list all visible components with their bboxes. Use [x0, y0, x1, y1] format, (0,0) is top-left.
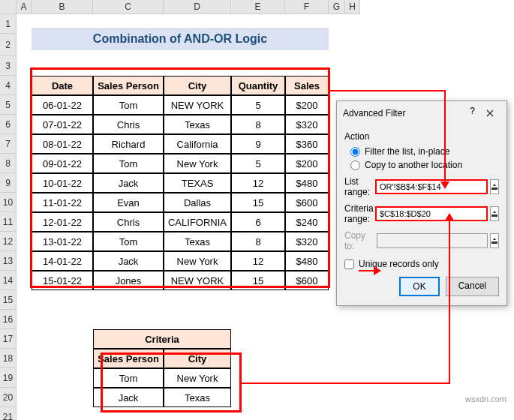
table-cell[interactable]: $600 [285, 271, 329, 290]
table-cell[interactable]: 06-01-22 [32, 95, 93, 115]
row-header[interactable]: 19 [0, 368, 17, 388]
row-header[interactable]: 13 [0, 251, 17, 271]
table-cell[interactable]: Jack [93, 251, 164, 271]
table-cell[interactable]: 10-01-22 [32, 173, 93, 193]
table-cell[interactable]: $200 [285, 95, 329, 115]
table-cell[interactable]: 12 [231, 251, 285, 271]
table-cell[interactable]: Tom [93, 232, 164, 251]
table-cell[interactable]: Jack [93, 173, 164, 193]
row-header[interactable]: 1 [0, 14, 17, 34]
table-cell[interactable]: 11-01-22 [32, 193, 93, 212]
table-cell[interactable]: NEW YORK [164, 95, 231, 115]
table-cell[interactable]: Richard [93, 134, 164, 154]
table-cell[interactable]: 9 [231, 134, 285, 154]
table-cell[interactable]: $240 [285, 212, 329, 232]
table-cell[interactable]: $480 [285, 251, 329, 271]
table-header[interactable]: Date [32, 76, 93, 95]
table-cell[interactable]: Evan [93, 193, 164, 212]
row-header[interactable]: 2 [0, 34, 17, 56]
table-cell[interactable]: 12-01-22 [32, 212, 93, 232]
cancel-button[interactable]: Cancel [446, 277, 499, 296]
row-header[interactable]: 3 [0, 56, 17, 76]
table-cell[interactable]: 8 [231, 232, 285, 251]
col-G[interactable]: G [329, 0, 345, 14]
col-H[interactable]: H [345, 0, 360, 14]
collapse-icon[interactable] [490, 233, 499, 248]
list-range-input[interactable] [375, 179, 488, 194]
table-cell[interactable]: New York [164, 251, 231, 271]
row-header[interactable]: 12 [0, 232, 17, 251]
table-cell[interactable]: Dallas [164, 193, 231, 212]
table-cell[interactable]: Jones [93, 271, 164, 290]
table-cell[interactable]: New York [164, 154, 231, 173]
row-header[interactable]: 17 [0, 329, 17, 349]
filter-inplace-radio[interactable] [350, 147, 360, 157]
table-cell[interactable]: $320 [285, 115, 329, 134]
table-header[interactable]: Sales [285, 76, 329, 95]
table-cell[interactable]: 5 [231, 95, 285, 115]
criteria-title[interactable]: Criteria [93, 329, 231, 349]
row-header[interactable]: 15 [0, 290, 17, 310]
table-cell[interactable]: 8 [231, 115, 285, 134]
table-cell[interactable]: 12 [231, 173, 285, 193]
collapse-icon[interactable] [490, 206, 499, 221]
table-cell[interactable]: California [164, 134, 231, 154]
criteria-header[interactable]: Sales Person [93, 349, 164, 368]
unique-records-checkbox[interactable] [344, 260, 354, 269]
criteria-range-input[interactable] [375, 206, 488, 221]
col-F[interactable]: F [285, 0, 329, 14]
criteria-header[interactable]: City [164, 349, 231, 368]
table-cell[interactable]: Tom [93, 95, 164, 115]
collapse-icon[interactable] [490, 179, 499, 194]
table-cell[interactable]: 15 [231, 271, 285, 290]
table-cell[interactable]: 08-01-22 [32, 134, 93, 154]
table-cell[interactable]: 5 [231, 154, 285, 173]
table-cell[interactable]: NEW YORK [164, 271, 231, 290]
table-cell[interactable]: Chris [93, 212, 164, 232]
table-cell[interactable]: $360 [285, 134, 329, 154]
table-cell[interactable]: 6 [231, 212, 285, 232]
table-cell[interactable]: $320 [285, 232, 329, 251]
table-cell[interactable]: $600 [285, 193, 329, 212]
table-cell[interactable]: 14-01-22 [32, 251, 93, 271]
copy-location-radio[interactable] [350, 160, 360, 170]
col-D[interactable]: D [164, 0, 231, 14]
table-header[interactable]: Sales Person [93, 76, 164, 95]
table-header[interactable]: Quantity [231, 76, 285, 95]
row-header[interactable]: 14 [0, 271, 17, 290]
table-cell[interactable]: $200 [285, 154, 329, 173]
criteria-cell[interactable]: Jack [93, 388, 164, 407]
help-icon[interactable]: ? [470, 106, 475, 121]
row-header[interactable]: 10 [0, 193, 17, 212]
row-header[interactable]: 16 [0, 310, 17, 329]
close-icon[interactable] [479, 106, 500, 121]
row-header[interactable]: 7 [0, 134, 17, 154]
row-header[interactable]: 11 [0, 212, 17, 232]
row-header[interactable]: 6 [0, 115, 17, 134]
table-cell[interactable]: TEXAS [164, 173, 231, 193]
criteria-cell[interactable]: New York [164, 368, 231, 388]
table-cell[interactable]: 15-01-22 [32, 271, 93, 290]
table-cell[interactable]: Tom [93, 154, 164, 173]
col-C[interactable]: C [93, 0, 164, 14]
row-header[interactable]: 21 [0, 407, 17, 420]
ok-button[interactable]: OK [399, 277, 439, 296]
table-cell[interactable]: 15 [231, 193, 285, 212]
table-cell[interactable]: Texas [164, 232, 231, 251]
col-E[interactable]: E [231, 0, 285, 14]
table-cell[interactable]: 07-01-22 [32, 115, 93, 134]
criteria-cell[interactable]: Tom [93, 368, 164, 388]
table-cell[interactable]: $480 [285, 173, 329, 193]
row-header[interactable]: 20 [0, 388, 17, 407]
table-cell[interactable]: CALIFORNIA [164, 212, 231, 232]
row-header[interactable]: 18 [0, 349, 17, 368]
table-cell[interactable]: 13-01-22 [32, 232, 93, 251]
row-header[interactable]: 5 [0, 95, 17, 115]
table-cell[interactable]: Chris [93, 115, 164, 134]
table-cell[interactable]: 09-01-22 [32, 154, 93, 173]
table-cell[interactable]: Texas [164, 115, 231, 134]
row-header[interactable]: 4 [0, 76, 17, 95]
col-A[interactable]: A [17, 0, 32, 14]
table-header[interactable]: City [164, 76, 231, 95]
row-header[interactable]: 9 [0, 173, 17, 193]
